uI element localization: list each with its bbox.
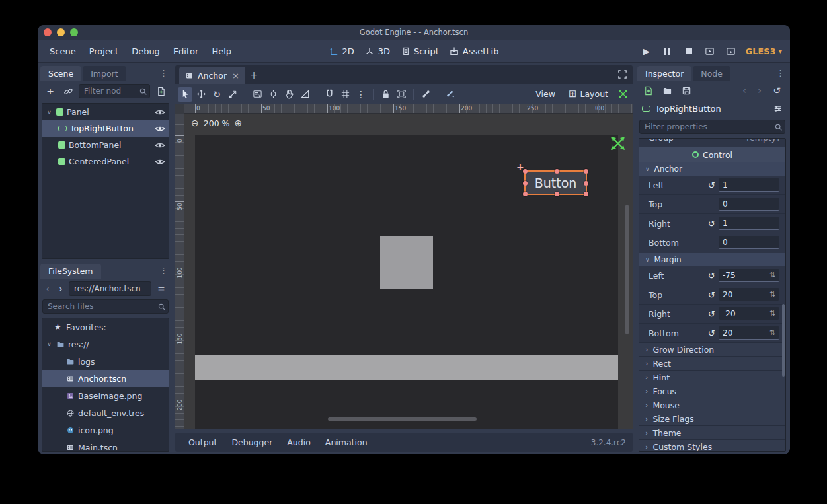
menu-editor[interactable]: Editor (167, 43, 205, 59)
instance-scene-button[interactable] (61, 84, 75, 98)
lock-object-button[interactable] (378, 87, 393, 102)
selection-handle[interactable] (584, 192, 588, 196)
spinner-icon[interactable]: ⇅ (769, 271, 775, 279)
fs-row-favorites[interactable]: ★ Favorites: (42, 318, 169, 336)
fs-row-default-env[interactable]: default_env.tres (42, 404, 169, 421)
spinner-icon[interactable]: ⇅ (769, 309, 775, 318)
add-node-button[interactable]: + (43, 84, 58, 98)
inspector-scrollbar[interactable] (782, 304, 785, 377)
section-anchor[interactable]: ∨ Anchor (639, 162, 785, 176)
vertical-scrollbar[interactable] (625, 205, 629, 334)
selected-button-node[interactable]: Button + (524, 170, 587, 195)
pan-tool-button[interactable] (282, 87, 296, 102)
snap-options-menu-icon[interactable]: ⋮ (354, 87, 368, 102)
grid-snap-button[interactable] (338, 87, 352, 102)
dock-menu-icon[interactable]: ⋮ (159, 266, 168, 275)
history-forward-icon[interactable]: › (56, 283, 66, 294)
property-value[interactable]: [empty] (746, 139, 779, 143)
zoom-in-button[interactable]: ⊕ (234, 118, 242, 128)
smart-snap-button[interactable] (322, 87, 336, 102)
menu-scene[interactable]: Scene (43, 43, 83, 59)
selection-handle[interactable] (523, 169, 528, 174)
tab-scene[interactable]: Scene (40, 66, 81, 81)
menu-help[interactable]: Help (205, 43, 238, 59)
stop-button[interactable] (682, 44, 695, 57)
list-select-tool-button[interactable] (250, 87, 264, 102)
inspector-back-icon[interactable]: ‹ (739, 85, 750, 96)
anchor-gizmo[interactable] (610, 135, 627, 152)
menu-project[interactable]: Project (83, 43, 125, 59)
revert-icon[interactable]: ↺ (708, 180, 715, 190)
section-margin[interactable]: ∨ Margin (639, 253, 785, 266)
selection-handle[interactable] (555, 169, 559, 174)
selection-handle[interactable] (523, 181, 528, 186)
viewport-canvas[interactable]: 0 50 100 150 200 250 300 0 50 100 150 20… (175, 104, 633, 429)
move-tool-button[interactable] (194, 87, 208, 102)
inspector-forward-icon[interactable]: › (754, 85, 765, 96)
filter-properties-input[interactable] (639, 120, 785, 134)
close-window-button[interactable] (44, 28, 52, 36)
new-scene-tab-button[interactable]: + (245, 67, 262, 84)
ruler-tool-button[interactable] (297, 87, 312, 102)
tree-row-centeredpanel[interactable]: CenteredPanel (42, 153, 169, 170)
close-icon[interactable]: × (232, 71, 239, 81)
object-history-icon[interactable]: ↺ (769, 83, 784, 98)
zoom-window-button[interactable] (70, 28, 78, 36)
zoom-out-button[interactable]: ⊖ (191, 118, 199, 128)
anchor-bottom-field[interactable]: 0 (719, 236, 779, 249)
tree-row-panel[interactable]: ∨ Panel (42, 104, 169, 120)
margin-right-field[interactable]: -20⇅ (719, 307, 779, 320)
revert-icon[interactable]: ↺ (708, 328, 715, 338)
chevron-down-icon[interactable]: ∨ (46, 109, 53, 116)
select-tool-button[interactable] (178, 87, 192, 102)
selection-handle[interactable] (584, 181, 588, 186)
viewport-region[interactable]: ⊖ 200 % ⊕ Button + (184, 114, 633, 429)
section-hint[interactable]: ›Hint (639, 371, 785, 384)
margin-left-field[interactable]: -75⇅ (719, 269, 779, 282)
tree-row-bottompanel[interactable]: BottomPanel (42, 137, 169, 153)
dock-menu-icon[interactable]: ⋮ (776, 68, 785, 78)
tab-filesystem[interactable]: FileSystem (40, 264, 101, 279)
anchor-top-field[interactable]: 0 (719, 198, 779, 211)
scene-tab-anchor[interactable]: Anchor × (179, 67, 245, 84)
fs-row-icon-png[interactable]: icon.png (42, 421, 169, 439)
search-files-input[interactable] (42, 299, 169, 314)
revert-icon[interactable]: ↺ (708, 309, 715, 319)
pivot-tool-button[interactable] (266, 87, 280, 102)
fs-row-anchor-tscn[interactable]: Anchor.tscn (42, 370, 169, 387)
save-resource-button[interactable] (679, 83, 693, 98)
panel-audio-button[interactable]: Audio (280, 435, 317, 450)
revert-icon[interactable]: ↺ (708, 290, 715, 300)
minimize-window-button[interactable] (57, 28, 65, 36)
layout-menu-button[interactable]: ⊞ Layout (563, 87, 614, 101)
panel-animation-button[interactable]: Animation (319, 435, 374, 450)
tab-node[interactable]: Node (693, 66, 730, 81)
fs-row-logs[interactable]: logs (42, 353, 169, 370)
chevron-down-icon[interactable]: ∨ (46, 341, 53, 347)
visibility-eye-icon[interactable] (155, 159, 165, 165)
panel-debugger-button[interactable]: Debugger (225, 435, 279, 450)
visibility-eye-icon[interactable] (155, 109, 165, 116)
bottom-panel-node[interactable] (195, 355, 618, 380)
anchor-left-field[interactable]: 1 (719, 178, 779, 192)
tree-row-toprightbutton[interactable]: TopRightButton (42, 120, 169, 137)
menu-debug[interactable]: Debug (125, 43, 167, 59)
rotate-tool-button[interactable]: ↻ (210, 87, 224, 102)
view-menu-button[interactable]: View (530, 87, 561, 101)
renderer-dropdown[interactable]: GLES3 ▾ (746, 46, 782, 56)
dock-menu-icon[interactable]: ⋮ (159, 68, 168, 78)
selection-handle[interactable] (584, 169, 588, 174)
spinner-icon[interactable]: ⇅ (769, 290, 775, 299)
tune-sliders-icon[interactable] (773, 104, 783, 114)
play-scene-button[interactable] (703, 44, 717, 57)
section-size-flags[interactable]: ›Size Flags (639, 412, 785, 426)
hamburger-menu-icon[interactable]: ≡ (154, 281, 169, 296)
play-button[interactable]: ▶ (640, 44, 653, 57)
section-mouse[interactable]: ›Mouse (639, 398, 785, 412)
margin-top-field[interactable]: 20⇅ (719, 288, 779, 301)
fs-row-root[interactable]: ∨ res:// (42, 336, 169, 353)
anchor-right-field[interactable]: 1 (719, 217, 779, 230)
margin-bottom-field[interactable]: 20⇅ (719, 326, 779, 340)
revert-icon[interactable]: ↺ (708, 271, 715, 281)
section-custom-styles[interactable]: ›Custom Styles (639, 440, 785, 452)
